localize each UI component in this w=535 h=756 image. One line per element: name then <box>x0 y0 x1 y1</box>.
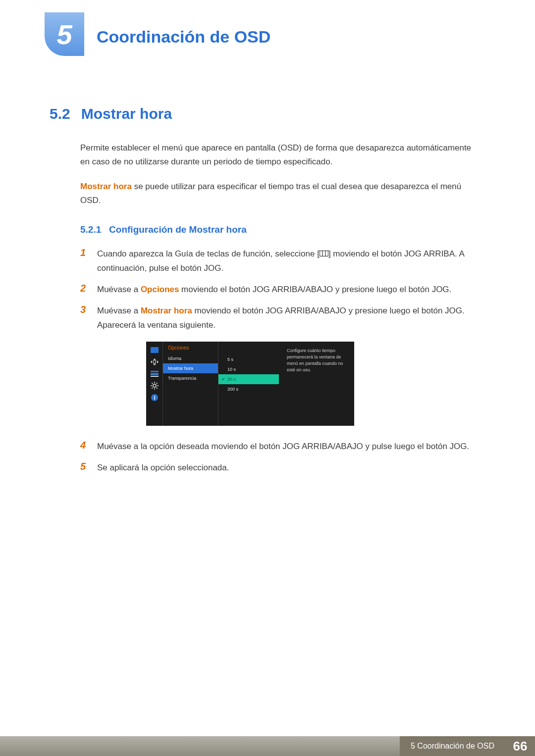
svg-rect-3 <box>151 347 159 353</box>
svg-line-14 <box>156 387 157 388</box>
info-icon: i <box>149 392 160 403</box>
osd-menu-column: Opciones Idioma Mostrar hora Transparenc… <box>163 342 218 426</box>
svg-line-15 <box>152 387 153 388</box>
steps-list-continued: 4 Muévase a la opción deseada moviendo e… <box>80 440 485 475</box>
chapter-title: Coordinación de OSD <box>97 12 270 47</box>
osd-item-transparencia: Transparencia <box>163 373 218 383</box>
settings-icon <box>149 380 160 391</box>
subsection-heading: 5.2.1 Configuración de Mostrar hora <box>80 224 485 235</box>
step-number: 2 <box>80 283 89 294</box>
osd-option-10s: 10 s <box>218 364 279 374</box>
svg-line-13 <box>152 383 153 384</box>
osd-screenshot: i Opciones Idioma Mostrar hora Transpare… <box>146 342 354 426</box>
footer-chapter-label: 5 Coordinación de OSD <box>400 736 505 756</box>
section-title: Mostrar hora <box>81 105 172 122</box>
step-1: 1 Cuando aparezca la Guía de teclas de f… <box>80 247 477 276</box>
intro-p2-text: se puede utilizar para especificar el ti… <box>80 182 461 205</box>
osd-category-header: Opciones <box>163 344 218 353</box>
menu-icon <box>320 247 328 261</box>
step-4: 4 Muévase a la opción deseada moviendo e… <box>80 440 477 454</box>
chapter-number-badge: 5 <box>45 12 84 56</box>
step-3: 3 Muévase a Mostrar hora moviendo el bot… <box>80 304 477 333</box>
step-5: 5 Se aplicará la opción seleccionada. <box>80 461 477 475</box>
section-heading: 5.2 Mostrar hora <box>50 105 485 122</box>
footer-page-number: 66 <box>505 736 535 756</box>
subsection-title: Configuración de Mostrar hora <box>109 224 247 235</box>
step-text: Cuando aparezca la Guía de teclas de fun… <box>97 247 477 276</box>
step-number: 1 <box>80 247 89 258</box>
svg-text:i: i <box>154 395 155 401</box>
svg-rect-7 <box>151 376 159 377</box>
screen-adjust-icon <box>149 356 160 367</box>
emphasis-mostrar-hora: Mostrar hora <box>141 306 192 315</box>
step-number: 4 <box>80 440 89 451</box>
picture-icon <box>149 345 160 355</box>
osd-option-200s: 200 s <box>218 384 279 394</box>
step-text: Muévase a Opciones moviendo el botón JOG… <box>97 283 451 297</box>
osd-help-text: Configure cuánto tiempo permanecerá la v… <box>279 342 354 426</box>
osd-sidebar: i <box>146 342 163 426</box>
svg-rect-0 <box>320 251 328 256</box>
intro-paragraph-1: Permite establecer el menú que aparece e… <box>80 141 477 169</box>
page-footer: 5 Coordinación de OSD 66 <box>0 736 535 756</box>
svg-point-8 <box>153 384 156 387</box>
page-header: 5 Coordinación de OSD <box>0 0 535 56</box>
subsection-number: 5.2.1 <box>80 224 101 235</box>
svg-rect-5 <box>151 371 159 372</box>
osd-option-20s: 20 s <box>218 374 279 384</box>
svg-rect-6 <box>151 373 159 375</box>
emphasis-mostrar-hora: Mostrar hora <box>80 182 132 191</box>
svg-line-16 <box>156 383 157 384</box>
osd-item-mostrar-hora: Mostrar hora <box>163 363 218 373</box>
osd-options-column: 5 s 10 s 20 s 200 s <box>218 342 279 426</box>
step-number: 5 <box>80 461 89 472</box>
intro-paragraph-2: Mostrar hora se puede utilizar para espe… <box>80 180 477 207</box>
section-number: 5.2 <box>50 105 70 122</box>
steps-list: 1 Cuando aparezca la Guía de teclas de f… <box>80 247 485 333</box>
osd-option-5s: 5 s <box>218 354 279 364</box>
osd-item-idioma: Idioma <box>163 353 218 363</box>
step-number: 3 <box>80 304 89 315</box>
step-text: Muévase a Mostrar hora moviendo el botón… <box>97 304 477 333</box>
step-2: 2 Muévase a Opciones moviendo el botón J… <box>80 283 477 297</box>
emphasis-opciones: Opciones <box>141 285 179 294</box>
svg-rect-4 <box>153 360 156 363</box>
options-icon <box>149 368 160 379</box>
step-text: Muévase a la opción deseada moviendo el … <box>97 440 469 454</box>
footer-bar <box>0 736 400 756</box>
step-text: Se aplicará la opción seleccionada. <box>97 461 229 475</box>
